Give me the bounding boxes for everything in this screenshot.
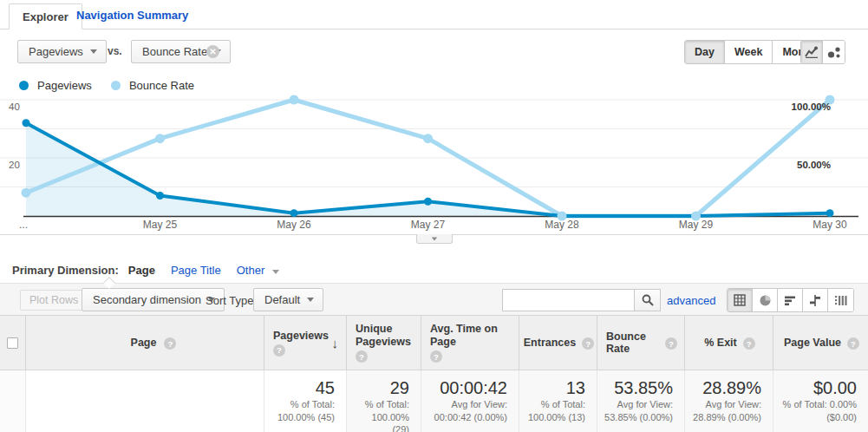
- chevron-down-icon: [432, 237, 437, 240]
- help-icon[interactable]: ?: [430, 350, 442, 363]
- cell-subtext: % of Total:: [271, 398, 335, 411]
- cell-subtext: 00:00:42 (0.00%): [428, 411, 507, 424]
- cell-value: 13: [526, 377, 585, 398]
- column-label: Page Value: [784, 337, 841, 349]
- column-header-avg-time-on-page[interactable]: Avg. Time on Page ?: [421, 316, 519, 370]
- cell-value: 29: [354, 377, 409, 398]
- table-view-switcher: [727, 288, 854, 312]
- dimension-page-title[interactable]: Page Title: [171, 264, 221, 277]
- cell-value: 00:00:42: [428, 377, 507, 398]
- tab-navigation-summary-label: Navigation Summary: [76, 9, 188, 22]
- secondary-dimension-dropdown[interactable]: Secondary dimension: [82, 288, 225, 311]
- column-label: Pageviews: [273, 330, 336, 343]
- tab-navigation-summary[interactable]: Navigation Summary: [76, 0, 188, 29]
- help-icon[interactable]: ?: [164, 337, 176, 350]
- comparison-bars-icon: [809, 295, 821, 306]
- help-icon[interactable]: ?: [582, 337, 594, 350]
- search-icon: [642, 294, 654, 306]
- horizontal-bars-icon: [784, 295, 796, 306]
- cell-subtext: ($0.00): [780, 411, 857, 424]
- pie-chart-icon: [759, 294, 772, 307]
- advanced-link[interactable]: advanced: [667, 294, 715, 307]
- legend-pageviews-label: Pageviews: [37, 79, 92, 92]
- search-button[interactable]: [634, 289, 661, 311]
- cell-subtext: 53.85% (0.00%): [604, 411, 673, 424]
- pivot-view-button[interactable]: [828, 289, 853, 311]
- cell-value: 28.89%: [692, 377, 761, 398]
- motion-chart-button[interactable]: [823, 41, 845, 63]
- plot-rows-button[interactable]: Plot Rows: [20, 290, 88, 311]
- vs-label: vs.: [108, 45, 122, 57]
- comparison-view-button[interactable]: [803, 289, 828, 311]
- svg-text:20: 20: [9, 160, 20, 170]
- table-view-button[interactable]: [728, 289, 753, 311]
- primary-dimension-label: Primary Dimension:: [12, 264, 119, 277]
- column-label: Bounce Rate: [606, 331, 659, 355]
- column-label: Page: [131, 337, 157, 349]
- line-chart-button[interactable]: [801, 41, 823, 63]
- page-value-cell: $0.00 % of Total: 0.00% ($0.00): [773, 370, 868, 432]
- data-table: Page ? Pageviews ? ↓ Unique Pageviews ? …: [0, 315, 868, 427]
- column-header-bounce-rate[interactable]: Bounce Rate ?: [597, 316, 685, 370]
- help-icon[interactable]: ?: [743, 337, 755, 350]
- svg-text:May 26: May 26: [277, 219, 311, 231]
- cell-subtext: % of Total: 0.00%: [780, 398, 857, 411]
- secondary-metric-label: Bounce Rate: [142, 45, 207, 58]
- svg-text:May 27: May 27: [411, 219, 446, 231]
- help-icon[interactable]: ?: [847, 337, 859, 350]
- cell-value: 45: [271, 377, 335, 398]
- column-header-entrances[interactable]: Entrances ?: [519, 316, 597, 370]
- legend-item-bounce-rate: Bounce Rate: [111, 79, 194, 92]
- dimension-page[interactable]: Page: [128, 264, 155, 277]
- column-header-pageviews[interactable]: Pageviews ? ↓: [264, 316, 347, 370]
- column-header-percent-exit[interactable]: % Exit ?: [685, 316, 773, 370]
- analytics-explorer-panel: Explorer Navigation Summary Pageviews vs…: [0, 0, 868, 432]
- column-header-unique-pageviews[interactable]: Unique Pageviews ?: [347, 316, 421, 370]
- cell-subtext: 100.00% (13): [526, 411, 585, 424]
- table-summary-row: 45 % of Total: 100.00% (45) 29 % of Tota…: [0, 370, 868, 427]
- timeseries-chart[interactable]: 204050.00%100.00%...May 25May 26May 27Ma…: [0, 94, 868, 232]
- performance-view-button[interactable]: [778, 289, 803, 311]
- unique-pageviews-cell: 29 % of Total: 100.00% (29): [347, 370, 421, 432]
- column-header-page-value[interactable]: Page Value ?: [773, 316, 868, 370]
- tab-explorer[interactable]: Explorer: [9, 3, 82, 29]
- metric-toolbar: Pageviews vs. Bounce Rate ✕ Day Week Mon…: [0, 30, 868, 74]
- table-toolbar: Plot Rows Secondary dimension Sort Type:…: [0, 283, 868, 315]
- sort-type-label: Sort Type:: [206, 294, 257, 307]
- granularity-day-button[interactable]: Day: [685, 41, 725, 63]
- cell-value: 53.85%: [604, 377, 673, 398]
- legend-item-pageviews: Pageviews: [19, 79, 92, 92]
- cell-subtext: Avg for View:: [604, 398, 673, 411]
- clear-metric-icon[interactable]: ✕: [206, 45, 219, 58]
- pivot-icon: [834, 295, 847, 306]
- motion-chart-icon: [827, 46, 841, 59]
- data-grid-icon: [734, 294, 746, 306]
- table-search: [502, 289, 661, 311]
- select-all-cell: [0, 316, 26, 370]
- help-icon[interactable]: ?: [273, 344, 285, 357]
- percentage-view-button[interactable]: [753, 289, 778, 311]
- search-input[interactable]: [502, 289, 634, 311]
- help-icon[interactable]: ?: [356, 350, 368, 363]
- select-all-checkbox[interactable]: [7, 337, 18, 349]
- dimension-other[interactable]: Other: [237, 264, 279, 277]
- chevron-down-icon: [90, 49, 97, 54]
- column-label: Unique Pageviews: [356, 323, 414, 349]
- primary-metric-dropdown[interactable]: Pageviews: [17, 40, 107, 63]
- row-checkbox-cell: [0, 370, 26, 432]
- sort-type-dropdown[interactable]: Default: [253, 288, 323, 311]
- column-header-page[interactable]: Page ?: [26, 316, 264, 370]
- help-icon[interactable]: ?: [665, 337, 677, 350]
- chart-type-switcher: [800, 40, 845, 64]
- svg-text:May 30: May 30: [813, 219, 847, 231]
- svg-text:May 25: May 25: [143, 219, 178, 231]
- plot-rows-label: Plot Rows: [29, 294, 78, 306]
- week-label: Week: [734, 46, 762, 58]
- chart-collapse-handle[interactable]: [416, 234, 453, 244]
- secondary-dimension-label: Secondary dimension: [93, 293, 201, 306]
- cell-subtext: 28.89% (0.00%): [692, 411, 761, 424]
- tab-explorer-label: Explorer: [23, 10, 69, 23]
- avg-time-on-page-cell: 00:00:42 Avg for View: 00:00:42 (0.00%): [421, 370, 519, 432]
- column-label: Entrances: [524, 337, 576, 349]
- granularity-week-button[interactable]: Week: [725, 41, 773, 63]
